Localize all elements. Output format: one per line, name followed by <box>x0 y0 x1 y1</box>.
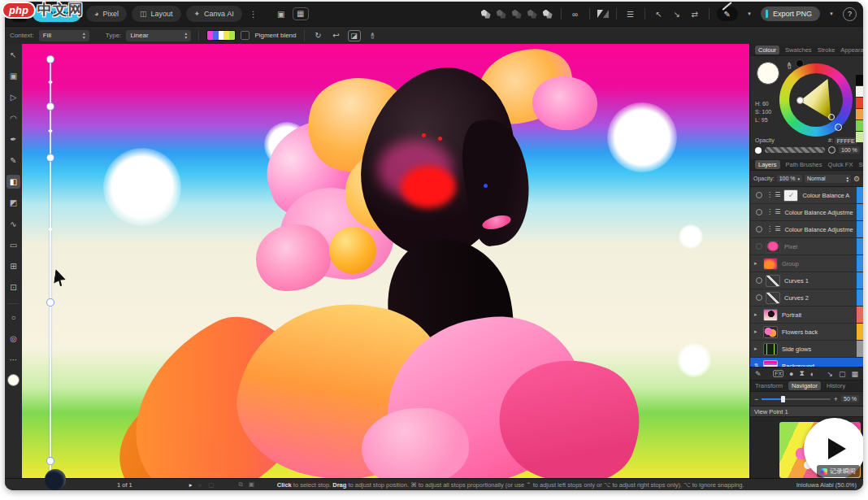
tab-layers[interactable]: Layers <box>755 160 780 169</box>
expand-arrow-icon[interactable]: ▸ <box>754 346 760 352</box>
zoom-slider[interactable] <box>762 398 831 400</box>
layer-row[interactable]: ▸ Portrait <box>750 307 863 324</box>
persona-canva-ai[interactable]: ✦ Canva AI <box>186 6 242 22</box>
alignment-icon[interactable]: ☰ <box>624 10 637 19</box>
layer-row[interactable]: Pixel <box>750 238 863 255</box>
tab-colour[interactable]: Colour <box>755 46 779 54</box>
canvas[interactable] <box>22 44 750 478</box>
opacity-slider[interactable] <box>765 147 825 153</box>
layer-row[interactable]: ▸ Flowers back <box>750 324 863 341</box>
colour-wheel[interactable] <box>779 63 853 137</box>
swatch-orange[interactable] <box>856 109 863 120</box>
insert-behind-icon[interactable]: ↖ <box>653 10 666 19</box>
maintain-fill-icon[interactable]: ◪ <box>348 30 361 41</box>
layer-row[interactable]: Curves 2 <box>750 289 863 307</box>
boolean-add-icon[interactable] <box>481 10 492 19</box>
gradient-stop[interactable] <box>46 457 54 465</box>
boolean-subtract-icon[interactable] <box>497 10 507 19</box>
swatch-red[interactable] <box>856 98 863 108</box>
insert-inside-icon[interactable]: ↘ <box>671 10 684 19</box>
transparency-tool[interactable]: ◩ <box>7 196 20 210</box>
tab-navigator[interactable]: Navigator <box>788 381 821 390</box>
insert-on-top-icon[interactable]: ⇄ <box>688 10 701 19</box>
gradient-stop[interactable] <box>46 298 54 307</box>
place-image-tool[interactable]: ⊡ <box>7 280 20 294</box>
expand-arrow-icon[interactable]: ▸ <box>754 328 760 335</box>
delete-layer-icon[interactable]: ▦ <box>851 370 858 378</box>
ellipse-tool[interactable]: ○ <box>7 311 20 324</box>
hue-marker[interactable] <box>835 124 842 131</box>
boolean-combine-icon[interactable] <box>543 10 553 19</box>
studio-presets-icon[interactable]: ▣ <box>275 10 288 19</box>
more-personas-icon[interactable]: ⋮ <box>247 10 260 19</box>
triangle-marker[interactable] <box>828 114 835 120</box>
swatch-white[interactable] <box>856 86 863 97</box>
swatch-black[interactable] <box>856 75 863 85</box>
gradient-stop[interactable] <box>46 102 54 111</box>
swatch-green[interactable] <box>856 120 863 131</box>
layer-row[interactable]: ▸ Side glows <box>750 341 863 358</box>
tab-styles[interactable]: Styles <box>858 161 863 168</box>
gradient-midpoint[interactable] <box>48 227 53 232</box>
layer-row[interactable]: ⋮ ☰ Colour Balance Adjustme <box>750 204 863 221</box>
gradient-stop[interactable] <box>46 55 54 63</box>
context-select[interactable]: Fill ▴▾ <box>39 30 89 41</box>
fill-colour-swatch[interactable] <box>7 374 20 386</box>
tab-swatches[interactable]: Swatches <box>785 46 812 54</box>
zoom-slider-handle[interactable] <box>781 396 785 402</box>
move-into-icon[interactable]: ↘ <box>827 370 833 378</box>
help-icon[interactable]: ? <box>843 7 857 21</box>
zoom-out-button[interactable]: − <box>754 395 758 403</box>
visibility-toggle[interactable] <box>756 209 762 215</box>
eyedropper-icon[interactable]: ✑ <box>784 61 796 69</box>
more-tools-button[interactable]: ⋯ <box>7 353 20 367</box>
layer-row[interactable]: Curves 1 <box>750 272 863 289</box>
eyedropper-icon[interactable]: ✑ <box>367 29 376 42</box>
flip-icon[interactable] <box>597 10 609 18</box>
layers-settings-gear-icon[interactable]: ⚙ <box>853 175 860 183</box>
vector-brush-tool[interactable]: ∿ <box>7 217 20 231</box>
persona-layout[interactable]: ◫ Layout <box>132 6 181 22</box>
pigment-blend-checkbox[interactable] <box>241 31 250 40</box>
fill-gradient-tool[interactable]: ◧ <box>7 175 20 189</box>
assistant-button[interactable]: ✎ <box>717 7 738 21</box>
blend-options-icon[interactable]: ◐ <box>810 370 814 378</box>
zoom-value[interactable]: 50 % <box>841 395 859 402</box>
opacity-start-handle[interactable] <box>755 147 762 154</box>
play-forward-icon[interactable]: ▸ <box>189 481 193 489</box>
export-caret-icon[interactable]: ▾ <box>825 11 838 17</box>
opacity-value[interactable]: 100 % <box>839 146 860 154</box>
adjustment-layer-icon[interactable]: ⧗ <box>800 369 805 378</box>
swatch-pale-green[interactable] <box>856 132 863 142</box>
boolean-divide-icon[interactable] <box>527 10 538 19</box>
rectangle-tool[interactable]: ▭ <box>7 238 20 252</box>
new-group-icon[interactable]: ▢ <box>839 370 846 378</box>
move-tool[interactable]: ↖ <box>7 48 20 62</box>
zoom-in-button[interactable]: + <box>834 395 838 403</box>
visibility-toggle[interactable] <box>756 226 762 233</box>
step-icon[interactable]: ▹ <box>199 481 202 489</box>
export-png-button[interactable]: Export PNG <box>761 7 820 21</box>
tab-quick-fx[interactable]: Quick FX <box>828 161 853 168</box>
visibility-toggle[interactable] <box>756 192 762 198</box>
gradient-type-select[interactable]: Linear ▴▾ <box>126 30 191 41</box>
rotate-gradient-icon[interactable]: ↻ <box>312 31 325 40</box>
active-colour-swatch[interactable] <box>757 62 779 85</box>
corner-tool[interactable]: ◠ <box>7 111 20 125</box>
tab-transform[interactable]: Transform <box>755 382 783 389</box>
visibility-toggle[interactable] <box>756 243 762 250</box>
artboard-tool[interactable]: ▣ <box>7 69 20 83</box>
layer-row[interactable]: ▸ Group <box>750 255 863 272</box>
view-point-row[interactable]: View Point 1 <box>750 407 863 417</box>
gradient-stop[interactable] <box>46 154 54 162</box>
pen-tool[interactable]: ✒ <box>7 133 20 146</box>
gradient-midpoint[interactable] <box>48 80 53 85</box>
boolean-intersect-icon[interactable] <box>512 10 523 19</box>
hex-input[interactable]: FFFFE <box>835 137 857 145</box>
pencil-tool[interactable]: ✎ <box>7 154 20 167</box>
loop-icon[interactable]: ▢ <box>208 481 214 489</box>
gradient-preview-swatch[interactable] <box>206 30 236 41</box>
blend-mode-select[interactable]: Normal▴▾ <box>805 175 851 183</box>
toggle-ui-icon[interactable]: ▦ <box>293 7 309 20</box>
gradient-tool-line[interactable] <box>50 59 51 478</box>
